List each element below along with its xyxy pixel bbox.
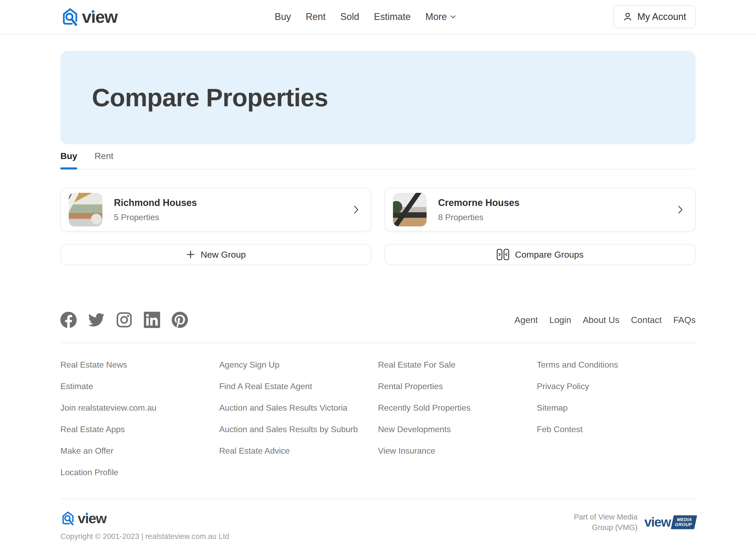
tab-rent[interactable]: Rent	[94, 151, 113, 169]
footer-column-3: Real Estate For Sale Rental Properties R…	[378, 360, 537, 489]
footer-link-login[interactable]: Login	[549, 315, 571, 325]
footer-link-columns: Real Estate News Estimate Join realstate…	[60, 360, 696, 489]
vmg-caption: Part of View Media Group (VMG)	[574, 512, 638, 533]
footer-divider-bottom	[60, 499, 696, 499]
logo-wordmark: vıew	[82, 8, 117, 25]
nav-sold[interactable]: Sold	[340, 11, 359, 22]
footer-link[interactable]: Rental Properties	[378, 381, 537, 392]
footer-link[interactable]: Feb Contest	[537, 424, 696, 435]
tab-buy[interactable]: Buy	[60, 151, 77, 169]
chevron-down-icon	[450, 15, 456, 19]
footer-link[interactable]: Real Estate Apps	[60, 424, 219, 435]
group-card-richmond[interactable]: Richmond Houses 5 Properties	[60, 188, 371, 231]
chevron-right-icon	[678, 205, 683, 214]
plus-icon	[186, 250, 195, 259]
footer-link-faqs[interactable]: FAQs	[673, 315, 696, 325]
instagram-icon[interactable]	[116, 312, 132, 328]
vmg-badge: MEDIA GROUP	[671, 515, 697, 529]
group-card-cremorne[interactable]: Cremorne Houses 8 Properties	[385, 188, 696, 231]
twitter-icon[interactable]	[88, 312, 104, 328]
footer-link[interactable]: Sitemap	[537, 403, 696, 413]
footer-link[interactable]: Join realstateview.com.au	[60, 403, 219, 413]
group-thumbnail-cremorne	[393, 193, 427, 226]
chevron-right-icon	[354, 205, 359, 214]
footer-link[interactable]: Real Estate For Sale	[378, 360, 537, 370]
nav-estimate[interactable]: Estimate	[374, 11, 411, 22]
nav-more[interactable]: More	[425, 11, 456, 22]
top-navigation-bar: vıew Buy Rent Sold Estimate More My Acco…	[0, 0, 756, 34]
footer-link-agent[interactable]: Agent	[514, 315, 538, 325]
view-media-group-logo: view MEDIA GROUP	[645, 515, 696, 529]
house-magnifier-icon	[60, 510, 76, 526]
compare-icon	[497, 249, 509, 260]
footer-link[interactable]: Agency Sign Up	[219, 360, 378, 370]
logo-i-dot	[92, 10, 94, 13]
buy-rent-tabs: Buy Rent	[60, 151, 696, 169]
footer-link[interactable]: Find A Real Estate Agent	[219, 381, 378, 392]
footer-bottom-bar: vıew Copyright © 2001-2023 | realstatevi…	[60, 510, 696, 541]
footer-column-4: Terms and Conditions Privacy Policy Site…	[537, 360, 696, 489]
footer-view-logo[interactable]: vıew	[60, 510, 229, 526]
footer-column-2: Agency Sign Up Find A Real Estate Agent …	[219, 360, 378, 489]
group-name: Cremorne Houses	[438, 197, 519, 208]
vmg-block: Part of View Media Group (VMG) view MEDI…	[574, 512, 696, 533]
linkedin-icon[interactable]	[144, 312, 160, 328]
footer-link[interactable]: Auction and Sales Results by Suburb	[219, 424, 378, 435]
hero-banner: Compare Properties	[60, 51, 696, 144]
compare-groups-button[interactable]: Compare Groups	[385, 244, 696, 265]
footer-link[interactable]: Terms and Conditions	[537, 360, 696, 370]
footer-social-row: Agent Login About Us Contact FAQs	[60, 312, 696, 328]
footer-link[interactable]: Auction and Sales Results Victoria	[219, 403, 378, 413]
footer-link[interactable]: Estimate	[60, 381, 219, 392]
view-logo[interactable]: vıew	[60, 6, 117, 27]
person-icon	[623, 12, 633, 22]
house-magnifier-icon	[60, 6, 80, 27]
logo-i-dot	[86, 513, 88, 515]
footer-link[interactable]: Privacy Policy	[537, 381, 696, 392]
main-nav: Buy Rent Sold Estimate More	[275, 11, 456, 22]
group-property-count: 8 Properties	[438, 212, 519, 222]
footer-link-about-us[interactable]: About Us	[583, 315, 620, 325]
facebook-icon[interactable]	[60, 312, 77, 328]
my-account-button[interactable]: My Account	[613, 5, 696, 28]
footer-link[interactable]: Make an Offer	[60, 446, 219, 456]
footer-link[interactable]: Real Estate Advice	[219, 446, 378, 456]
group-thumbnail-richmond	[69, 193, 102, 226]
footer-link[interactable]: View Insurance	[378, 446, 537, 456]
page-title: Compare Properties	[92, 83, 328, 112]
footer-link[interactable]: Recently Sold Properties	[378, 403, 537, 413]
nav-buy[interactable]: Buy	[275, 11, 291, 22]
footer-quick-links: Agent Login About Us Contact FAQs	[514, 315, 696, 325]
pinterest-icon[interactable]	[172, 312, 188, 328]
group-property-count: 5 Properties	[114, 212, 197, 222]
footer-link[interactable]: Location Profile	[60, 467, 219, 478]
group-actions: New Group Compare Groups	[60, 244, 696, 265]
footer-column-1: Real Estate News Estimate Join realstate…	[60, 360, 219, 489]
group-name: Richmond Houses	[114, 197, 197, 208]
logo-wordmark: vıew	[78, 511, 106, 525]
property-group-list: Richmond Houses 5 Properties Cremorne Ho…	[60, 188, 696, 231]
footer-divider-top	[60, 343, 696, 343]
nav-rent[interactable]: Rent	[306, 11, 326, 22]
footer-link[interactable]: Real Estate News	[60, 360, 219, 370]
new-group-button[interactable]: New Group	[60, 244, 371, 265]
footer-link[interactable]: New Developments	[378, 424, 537, 435]
copyright-text: Copyright © 2001-2023 | realstateview.co…	[60, 532, 229, 541]
footer-link-contact[interactable]: Contact	[631, 315, 662, 325]
